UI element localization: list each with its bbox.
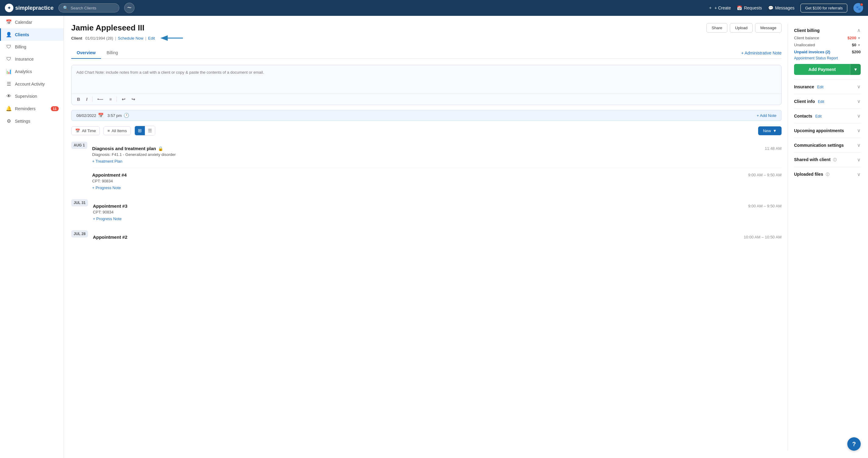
sidebar-item-clients-label: Clients <box>15 32 29 37</box>
upcoming-appointments-section: Upcoming appointments ∨ <box>794 123 861 138</box>
progress-note-link-4[interactable]: + Progress Note <box>92 185 121 190</box>
analytics-icon: 📊 <box>6 68 12 74</box>
client-dob: 01/01/1994 (28) <box>85 36 113 40</box>
unallocated-dropdown[interactable]: ▼ <box>857 43 861 47</box>
contacts-section: Contacts Edit ∨ <box>794 109 861 123</box>
numbered-list-button[interactable]: ≡ <box>107 96 114 102</box>
client-header: Jamie Appleseed III Client 01/01/1994 (2… <box>71 23 781 42</box>
sidebar-item-account-activity-label: Account Activity <box>15 82 45 86</box>
requests-nav-item[interactable]: 📅 Requests <box>737 5 762 10</box>
share-button[interactable]: Share <box>706 23 727 33</box>
insurance-edit-link[interactable]: Edit <box>817 85 824 89</box>
timeline-entries-aug1: Diagnosis and treatment plan 🔒 11:48 AM … <box>92 142 781 194</box>
list-item: Appointment #4 9:00 AM – 9:50 AM CPT: 90… <box>92 168 781 194</box>
edit-client-link[interactable]: Edit <box>148 36 155 40</box>
client-meta: Client 01/01/1994 (28) | Schedule Now | … <box>71 34 184 42</box>
tab-billing[interactable]: Billing <box>101 47 123 59</box>
chart-note-box: B I •— ≡ ↩ ↪ <box>71 65 781 105</box>
bold-button[interactable]: B <box>75 96 82 102</box>
communication-chevron: ∨ <box>857 142 861 148</box>
all-time-filter[interactable]: 📅 All Time <box>71 126 100 135</box>
insurance-header[interactable]: Insurance Edit ∨ <box>794 84 861 89</box>
upload-button[interactable]: Upload <box>730 23 753 33</box>
sidebar-item-supervision-label: Supervision <box>15 94 37 99</box>
contacts-title: Contacts Edit <box>794 114 822 118</box>
redo-button[interactable]: ↪ <box>130 96 137 102</box>
add-payment-dropdown-button[interactable]: ▼ <box>850 64 861 75</box>
add-payment-button[interactable]: Add Payment <box>794 64 850 75</box>
list-view-button[interactable]: ☰ <box>145 126 155 135</box>
sidebar-item-insurance-label: Insurance <box>15 57 33 61</box>
insurance-section: Insurance Edit ∨ <box>794 80 861 94</box>
message-button[interactable]: Message <box>755 23 781 33</box>
unpaid-invoices-label[interactable]: Unpaid invoices (2) <box>794 50 830 54</box>
add-note-link[interactable]: + Add Note <box>756 113 776 118</box>
contacts-edit-link[interactable]: Edit <box>815 114 822 118</box>
arrow-annotation <box>159 34 184 42</box>
card-view-button[interactable]: ⊞ <box>135 126 145 135</box>
timeline-group-aug1: AUG 1 Diagnosis and treatment plan 🔒 11:… <box>71 142 781 194</box>
client-info-header[interactable]: Client info Edit ∨ <box>794 98 861 104</box>
sidebar-item-billing[interactable]: 🛡 Billing <box>0 41 64 53</box>
client-info-edit-link[interactable]: Edit <box>818 99 824 104</box>
client-title-block: Jamie Appleseed III Client 01/01/1994 (2… <box>71 23 184 42</box>
client-billing-header[interactable]: Client billing ∧ <box>794 27 861 33</box>
sidebar-item-reminders[interactable]: 🔔 Reminders 11 <box>0 102 64 115</box>
sidebar-item-clients[interactable]: 👤 Clients <box>0 28 64 41</box>
add-administrative-note[interactable]: + Administrative Note <box>741 48 781 58</box>
sidebar-item-calendar-label: Calendar <box>15 20 32 25</box>
help-button[interactable]: ? <box>847 437 861 451</box>
topnav-right: ＋ + Create 📅 Requests 💬 Messages Get $10… <box>708 3 863 13</box>
date-badge-jul31: JUL 31 <box>71 199 88 206</box>
unallocated-label: Unallocated <box>794 42 815 47</box>
time-field[interactable]: 3:57 pm 🕐 <box>107 113 129 118</box>
italic-button[interactable]: I <box>84 96 89 102</box>
sidebar-item-supervision[interactable]: 👁 Supervision <box>0 90 64 102</box>
progress-note-link-3[interactable]: + Progress Note <box>93 217 121 221</box>
referral-button[interactable]: Get $100 for referrals <box>800 4 847 12</box>
insurance-icon: 🛡 <box>6 56 12 62</box>
sidebar-item-settings[interactable]: ⚙ Settings <box>0 115 64 127</box>
bullet-list-button[interactable]: •— <box>96 96 105 102</box>
list-item: Appointment #3 9:00 AM – 9:50 AM CPT: 90… <box>93 199 781 225</box>
calendar-icon: 📅 <box>98 113 104 118</box>
undo-button[interactable]: ↩ <box>120 96 127 102</box>
date-field[interactable]: 08/02/2022 📅 <box>76 113 104 118</box>
client-billing-title: Client billing <box>794 28 819 33</box>
all-items-filter[interactable]: ≡ All Items <box>103 126 130 135</box>
topnav: ✦ simplepractice 🔍 〜 ＋ + Create 📅 Reques… <box>0 0 868 16</box>
entry-title: Diagnosis and treatment plan 🔒 <box>92 146 163 151</box>
timeline-group-jul28: JUL 28 Appointment #2 10:00 AM – 10:50 A… <box>71 230 781 245</box>
timeline: AUG 1 Diagnosis and treatment plan 🔒 11:… <box>71 142 781 245</box>
sidebar-item-calendar[interactable]: 📅 Calendar <box>0 16 64 28</box>
search-bar[interactable]: 🔍 <box>58 3 119 12</box>
timeline-group-jul31: JUL 31 Appointment #3 9:00 AM – 9:50 AM … <box>71 199 781 225</box>
uploaded-files-header[interactable]: Uploaded files ⓘ ∨ <box>794 171 861 177</box>
communication-settings-header[interactable]: Communication settings ∨ <box>794 142 861 148</box>
balance-dropdown[interactable]: ▼ <box>857 36 861 40</box>
messages-nav-item[interactable]: 💬 Messages <box>768 5 795 10</box>
insurance-chevron: ∨ <box>857 84 861 89</box>
unpaid-invoices-row: Unpaid invoices (2) $200 <box>794 50 861 54</box>
user-avatar[interactable]: 🐾 <box>854 3 863 13</box>
shared-with-client-header[interactable]: Shared with client ⓘ ∨ <box>794 157 861 163</box>
search-input[interactable] <box>71 6 115 10</box>
chart-note-input[interactable] <box>71 65 781 92</box>
entry-header: Appointment #4 9:00 AM – 9:50 AM <box>92 172 781 177</box>
sidebar-item-analytics[interactable]: 📊 Analytics <box>0 65 64 78</box>
appointment-status-link[interactable]: Appointment Status Report <box>794 56 861 60</box>
app-logo[interactable]: ✦ simplepractice <box>5 4 54 12</box>
create-nav-item[interactable]: ＋ + Create <box>708 5 731 11</box>
sidebar-item-insurance[interactable]: 🛡 Insurance <box>0 53 64 65</box>
upcoming-appointments-header[interactable]: Upcoming appointments ∨ <box>794 127 861 133</box>
lock-icon: 🔒 <box>158 146 163 151</box>
search-icon: 🔍 <box>63 5 68 10</box>
treatment-plan-link[interactable]: + Treatment Plan <box>92 159 122 164</box>
tab-overview[interactable]: Overview <box>71 47 101 59</box>
new-button[interactable]: New ▼ <box>758 126 781 135</box>
analytics-nav-button[interactable]: 〜 <box>124 3 134 13</box>
contacts-header[interactable]: Contacts Edit ∨ <box>794 113 861 119</box>
sidebar-item-account-activity[interactable]: ☰ Account Activity <box>0 78 64 90</box>
list-item: Appointment #2 10:00 AM – 10:50 AM <box>93 230 781 245</box>
schedule-now-link[interactable]: Schedule Now <box>118 36 143 40</box>
